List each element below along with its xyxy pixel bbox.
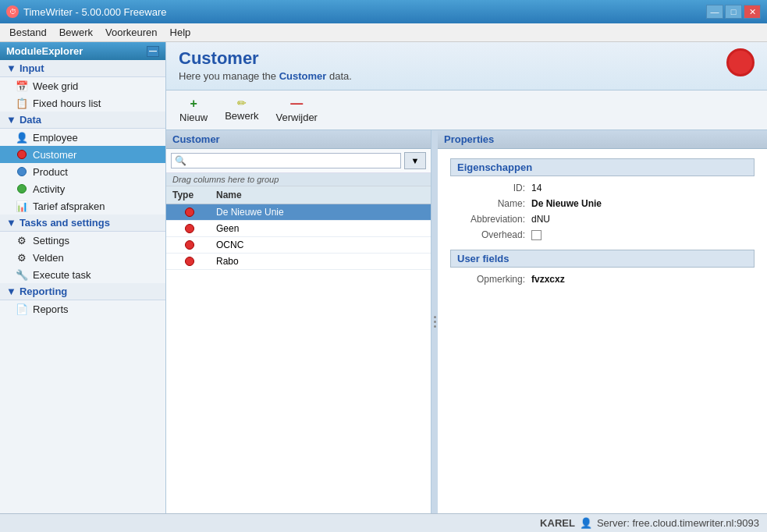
new-label: Nieuw [179,112,208,123]
minus-icon: — [290,97,303,111]
sidebar-item-reports[interactable]: 📄 Reports [0,300,165,317]
page-title: Customer [179,48,352,69]
menu-bar: Bestand Bewerk Voorkeuren Help [0,23,767,42]
section-arrow-reporting: ▼ [6,286,16,297]
page-header: Customer Here you manage the Customer da… [166,42,767,90]
table-row[interactable]: Rabo [166,254,431,270]
user-fields-header: User fields [450,250,755,268]
delete-button[interactable]: — Verwijder [268,94,324,126]
reports-icon: 📄 [16,303,28,315]
table-row[interactable]: Geen [166,221,431,237]
resize-handle[interactable] [431,130,438,513]
sidebar-label-execute-task: Execute task [33,269,91,281]
name-value: De Nieuwe Unie [531,198,602,209]
overhead-checkbox[interactable] [531,230,542,240]
sidebar: ModuleExplorer — ▼ Input 📅 Week grid 📋 F… [0,42,166,513]
sidebar-item-execute-task[interactable]: 🔧 Execute task [0,266,165,283]
row-name: De Nieuwe Unie [213,204,431,220]
row-type-icon [166,205,213,219]
prop-row-opmerking: Opmerking: fvzxcxz [450,274,755,285]
maximize-button[interactable]: □ [725,5,742,19]
menu-bestand[interactable]: Bestand [3,25,53,40]
prop-row-name: Name: De Nieuwe Unie [450,198,755,209]
sidebar-collapse-btn[interactable]: — [147,46,159,57]
page-header-icon [726,48,755,76]
table-row[interactable]: De Nieuwe Unie [166,204,431,221]
status-bar: KAREL 👤 Server: free.cloud.timewriter.nl… [0,513,767,532]
sidebar-label-velden: Velden [33,252,64,264]
properties-panel: Properties Eigenschappen ID: 14 Name: De… [438,130,767,513]
edit-button[interactable]: ✏ Bewerk [218,94,265,126]
row-name: Rabo [213,254,431,269]
customer-panel-title: Customer [166,130,431,149]
row-type-icon [166,254,213,268]
section-arrow-input: ▼ [6,62,16,74]
abbreviation-label: Abbreviation: [453,214,531,225]
sidebar-item-employee[interactable]: 👤 Employee [0,129,165,146]
row-name: OCNC [213,237,431,253]
sidebar-item-customer[interactable]: Customer [0,146,165,163]
name-label: Name: [453,198,531,209]
section-label-input: Input [20,62,44,74]
sidebar-section-data[interactable]: ▼ Data [0,112,165,129]
edit-label: Bewerk [225,110,258,122]
sidebar-item-product[interactable]: Product [0,163,165,180]
sidebar-label-fixed-hours: Fixed hours list [33,98,101,109]
opmerking-value: fvzxcxz [531,274,565,285]
sidebar-item-tarief[interactable]: 📊 Tarief afspraken [0,197,165,215]
sidebar-item-activity[interactable]: Activity [0,180,165,197]
user-icon: 👤 [580,517,592,529]
content-body: Customer ▼ Drag columns here to group Ty… [166,130,767,513]
prop-row-overhead: Overhead: [450,229,755,240]
col-header-type: Type [166,188,213,202]
subtitle-bold: Customer [279,70,327,82]
sidebar-section-tasks[interactable]: ▼ Tasks and settings [0,215,165,232]
section-label-reporting: Reporting [20,286,67,297]
main-layout: ModuleExplorer — ▼ Input 📅 Week grid 📋 F… [0,42,767,513]
sidebar-section-input[interactable]: ▼ Input [0,60,165,77]
search-dropdown-btn[interactable]: ▼ [404,152,426,169]
id-value: 14 [531,183,542,193]
eigenschappen-header: Eigenschappen [450,158,755,176]
customer-dot-icon [16,148,28,161]
search-bar: ▼ [166,149,431,173]
tarief-icon: 📊 [16,200,28,212]
resize-dot [434,321,436,323]
menu-bewerk[interactable]: Bewerk [53,25,99,40]
calendar-icon: 📅 [16,80,28,92]
id-label: ID: [453,183,531,193]
list-icon: 📋 [16,97,28,109]
person-icon: 👤 [16,131,28,144]
sidebar-item-fixed-hours[interactable]: 📋 Fixed hours list [0,94,165,112]
col-header-name: Name [213,188,431,202]
sidebar-label-employee: Employee [33,132,78,144]
page-subtitle: Here you manage the Customer data. [179,70,352,82]
sidebar-label-tarief: Tarief afspraken [33,200,105,212]
properties-title: Properties [438,130,767,149]
table-row[interactable]: OCNC [166,237,431,254]
sidebar-label-week-grid: Week grid [33,80,78,92]
row-type-icon [166,222,213,236]
sidebar-label-settings: Settings [33,235,69,246]
overhead-label: Overhead: [453,229,531,240]
section-label-data: Data [20,114,41,126]
menu-voorkeuren[interactable]: Voorkeuren [99,25,164,40]
search-input[interactable] [171,153,401,168]
close-button[interactable]: ✕ [744,5,761,19]
sidebar-label-customer: Customer [33,149,76,161]
pencil-icon: ✏ [237,97,247,109]
minimize-button[interactable]: — [706,5,723,19]
prop-row-abbreviation: Abbreviation: dNU [450,214,755,225]
new-button[interactable]: + Nieuw [172,94,215,126]
page-header-text: Customer Here you manage the Customer da… [179,48,352,82]
plus-icon: + [190,97,197,111]
sidebar-section-reporting[interactable]: ▼ Reporting [0,283,165,300]
sidebar-item-settings[interactable]: ⚙ Settings [0,232,165,249]
sidebar-item-week-grid[interactable]: 📅 Week grid [0,77,165,94]
sidebar-label-product: Product [33,166,68,178]
product-dot-icon [16,165,28,178]
opmerking-label: Opmerking: [453,274,531,285]
menu-help[interactable]: Help [164,25,197,40]
sidebar-item-velden[interactable]: ⚙ Velden [0,249,165,266]
title-bar-left: ⏱ TimeWriter - 5.00.000 Freeware [6,5,167,18]
